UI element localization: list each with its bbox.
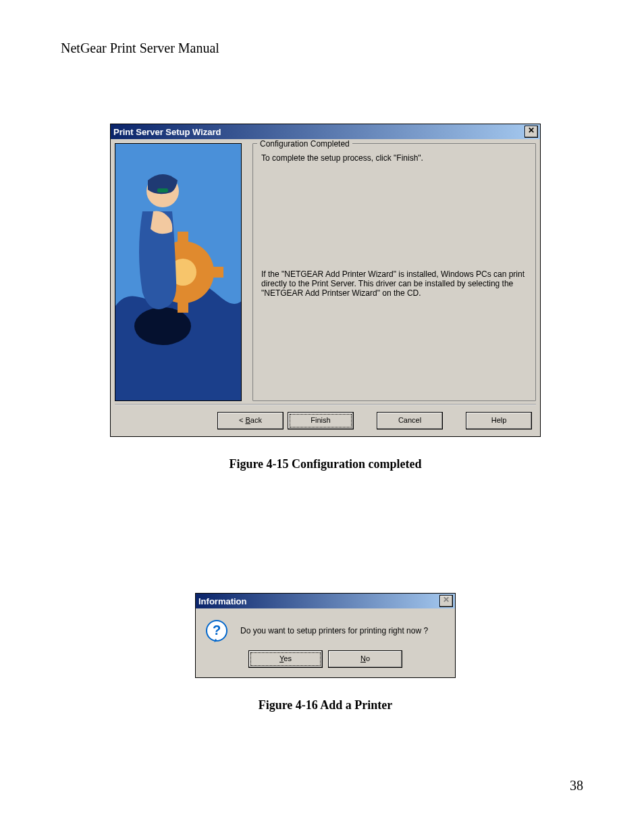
figure-4-15: Print Server Setup Wizard ✕: [61, 124, 590, 471]
config-completed-group: Configuration Completed To complete the …: [252, 143, 536, 401]
running-head: NetGear Print Server Manual: [61, 41, 590, 56]
finish-button[interactable]: Finish: [288, 412, 354, 429]
question-icon: ?: [205, 619, 228, 642]
svg-text:?: ?: [213, 623, 221, 637]
svg-rect-4: [178, 232, 188, 242]
message-text: Do you want to setup printers for printi…: [240, 626, 428, 635]
figure-caption-2: Figure 4-16 Add a Printer: [259, 698, 393, 712]
help-button[interactable]: Help: [466, 412, 532, 429]
group-label: Configuration Completed: [257, 139, 352, 149]
figure-4-16: Information ✕ ? Do you want to setup pri…: [61, 593, 590, 712]
titlebar: Print Server Setup Wizard ✕: [111, 124, 540, 139]
wizard-art: [115, 143, 242, 401]
yes-button[interactable]: Yes: [248, 650, 323, 668]
titlebar: Information ✕: [196, 594, 455, 608]
svg-rect-9: [157, 188, 168, 192]
instruction-line-1: To complete the setup process, click "Fi…: [261, 153, 527, 163]
close-icon[interactable]: ✕: [525, 126, 538, 138]
instruction-line-2: If the "NETGEAR Add Printer Wizard" is i…: [261, 269, 527, 298]
svg-point-1: [134, 307, 191, 345]
dialog-title: Print Server Setup Wizard: [113, 127, 221, 137]
button-row: Yes No: [196, 646, 455, 677]
svg-rect-5: [178, 302, 188, 313]
dialog-title: Information: [198, 596, 247, 606]
info-dialog: Information ✕ ? Do you want to setup pri…: [195, 593, 456, 678]
close-icon[interactable]: ✕: [439, 595, 453, 607]
page-number: 38: [570, 778, 583, 793]
wizard-dialog: Print Server Setup Wizard ✕: [110, 124, 541, 437]
divider: [115, 404, 536, 405]
button-row: < Back Finish Cancel Help: [115, 412, 536, 432]
cancel-button[interactable]: Cancel: [377, 412, 443, 429]
svg-rect-7: [213, 267, 223, 278]
no-button[interactable]: No: [328, 650, 402, 668]
figure-caption-1: Figure 4-15 Configuration completed: [229, 457, 421, 471]
back-button[interactable]: < Back: [217, 412, 284, 429]
